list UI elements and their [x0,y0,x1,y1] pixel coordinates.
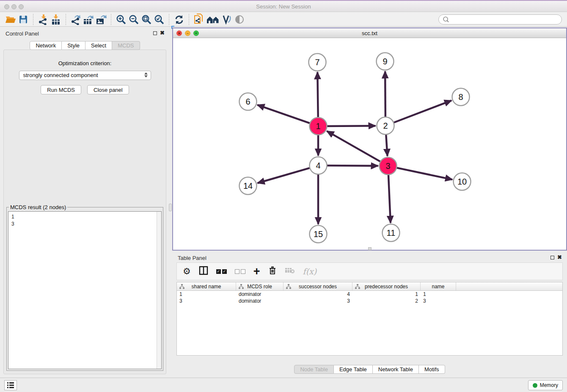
edge-3-10[interactable] [395,168,452,180]
edge-3-11[interactable] [388,173,391,223]
criterion-select-value: strongly connected component [23,72,98,78]
table-cell[interactable]: 1 [352,291,421,298]
table-row[interactable]: 1dominator411 [177,291,562,298]
svg-text:8: 8 [458,92,463,102]
edge-2-8[interactable] [392,100,451,123]
mcds-result-groupbox: MCDS result (2 nodes) 13 [6,207,163,371]
network-canvas[interactable]: 1234678910111415 [173,38,566,250]
memory-button[interactable]: Memory [528,380,563,390]
import-table-icon[interactable] [50,14,62,25]
column-header-shared-name[interactable]: shared name [177,282,236,290]
table-panel-float-icon[interactable] [550,256,554,259]
network-title: scc.txt [173,30,566,36]
save-session-icon[interactable] [17,14,30,25]
tab-style[interactable]: Style [62,41,85,50]
panel-divider-handle[interactable] [169,204,172,211]
edge-2-9[interactable] [385,71,385,118]
node-7[interactable]: 7 [309,54,326,71]
network-window-titlebar[interactable]: ✕ − + scc.txt [173,28,566,38]
table-cell[interactable]: 3 [177,298,236,304]
network-resize-handle[interactable] [368,247,372,250]
export-image-icon[interactable] [95,14,107,25]
node-1[interactable]: 1 [310,118,327,135]
node-14[interactable]: 14 [239,177,257,195]
column-header-predecessor-nodes[interactable]: predecessor nodes [352,282,421,290]
tab-select[interactable]: Select [85,41,112,50]
result-item[interactable]: 3 [11,221,161,228]
deselect-all-columns-icon[interactable] [235,269,245,274]
edge-4-14[interactable] [258,168,311,183]
zoom-out-icon[interactable] [127,14,140,25]
list-icon [7,382,14,389]
edge-3-1[interactable] [327,131,381,163]
column-header-MCDS-role[interactable]: MCDS role [236,282,284,290]
mcds-result-list[interactable]: 13 [8,211,162,369]
table-cell[interactable]: 1 [421,291,456,298]
control-panel-float-icon[interactable] [153,31,157,35]
node-15[interactable]: 15 [310,226,327,243]
search-box[interactable] [438,14,562,25]
edge-2-3[interactable] [386,133,387,156]
visual-styles-icon[interactable] [220,14,233,25]
table-panel-close-icon[interactable]: ✖ [557,254,562,260]
table-cell[interactable]: 1 [177,291,236,298]
table-cell[interactable]: 3 [421,298,456,304]
edge-1-6[interactable] [257,105,311,124]
table-panel-title: Table Panel [178,255,206,261]
delete-table-icon [285,267,295,276]
split-view-icon[interactable] [199,266,208,277]
column-header-name[interactable]: name [421,282,456,290]
table-cell[interactable]: 3 [284,298,352,304]
result-item[interactable]: 1 [11,213,161,221]
search-input[interactable] [451,17,557,22]
table-row[interactable]: 3dominator323 [177,298,562,304]
table-cell[interactable]: 2 [352,298,421,304]
result-scrollbar[interactable] [157,212,161,369]
node-4[interactable]: 4 [310,157,327,174]
export-network-icon[interactable] [69,14,82,25]
control-panel-close-icon[interactable]: ✖ [160,30,165,36]
node-10[interactable]: 10 [454,173,471,190]
table-cell[interactable]: dominator [236,298,284,304]
task-history-button[interactable] [4,380,17,390]
edge-1-7[interactable] [317,72,318,119]
zoom-fit-icon[interactable] [140,14,153,25]
export-table-icon[interactable] [82,14,95,25]
run-mcds-button[interactable]: Run MCDS [41,85,81,94]
control-panel-title: Control Panel [6,30,39,37]
edge-1-2[interactable] [325,126,375,126]
home-layout-icon[interactable] [205,14,220,25]
add-column-icon[interactable]: + [253,267,260,276]
close-panel-button[interactable]: Close panel [87,85,129,94]
node-11[interactable]: 11 [383,224,400,242]
node-2[interactable]: 2 [377,117,394,135]
node-8[interactable]: 8 [452,88,470,106]
network-from-file-icon[interactable] [193,14,205,25]
criterion-select[interactable]: strongly connected component [19,71,151,80]
select-all-columns-icon[interactable]: ✓✓ [216,269,227,274]
node-3[interactable]: 3 [380,157,397,175]
tab-edge-table[interactable]: Edge Table [334,365,373,374]
network-window: ✕ − + scc.txt 1234678910111415 [172,28,567,251]
tab-network[interactable]: Network [30,41,62,50]
delete-column-icon[interactable] [268,266,277,277]
open-file-icon[interactable] [4,14,17,25]
table-cell[interactable]: 4 [284,291,352,298]
edge-4-3[interactable] [325,166,378,166]
table-settings-icon[interactable]: ⚙ [183,266,191,276]
column-header-successor-nodes[interactable]: successor nodes [284,282,352,290]
tab-network-table[interactable]: Network Table [373,365,419,374]
network-graph: 1234678910111415 [173,38,566,250]
tab-motifs[interactable]: Motifs [419,365,445,374]
table-cell[interactable]: dominator [236,291,284,298]
tab-node-table[interactable]: Node Table [294,365,334,374]
refresh-layout-icon[interactable] [173,14,185,25]
node-9[interactable]: 9 [377,53,394,70]
tab-mcds[interactable]: MCDS [112,41,140,50]
import-network-icon[interactable] [37,14,50,25]
node-table[interactable]: shared nameMCDS rolesuccessor nodesprede… [176,282,563,356]
node-6[interactable]: 6 [239,93,257,110]
zoom-selected-icon[interactable] [153,14,165,25]
session-title: Session: New Session [0,3,567,10]
zoom-in-icon[interactable] [115,14,127,25]
